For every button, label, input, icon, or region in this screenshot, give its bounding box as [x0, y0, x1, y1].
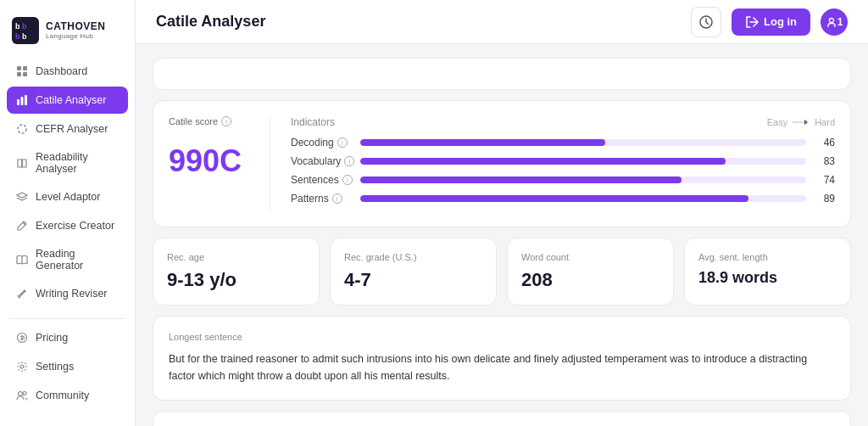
- svg-rect-6: [23, 66, 27, 70]
- svg-rect-9: [17, 99, 19, 105]
- longest-sentence-card: Longest sentence But for the trained rea…: [153, 316, 851, 401]
- user-count: 1: [837, 16, 843, 28]
- indicators-title: Indicators: [291, 116, 335, 128]
- logo-sub: Language Hub: [46, 32, 105, 40]
- login-label: Log in: [764, 15, 797, 28]
- sidebar-item-exercise[interactable]: Exercise Creator: [7, 212, 128, 239]
- sidebar-item-writing[interactable]: Writing Reviser: [7, 280, 128, 307]
- edit-icon: [15, 287, 29, 300]
- score-indicators-card: Catile score i 990C Indicators Easy Hard: [153, 100, 851, 227]
- vocabulary-bar-bg: [360, 158, 806, 165]
- stat-label-rec-grade: Rec. grade (U.S.): [344, 252, 482, 262]
- stat-value-rec-age: 9-13 y/o: [167, 269, 305, 291]
- indicator-row-vocabulary: Vocabulary i 83: [291, 155, 835, 167]
- score-section: Catile score i 990C: [169, 116, 270, 211]
- vocabulary-value: 83: [815, 155, 835, 167]
- sidebar-label-dashboard: Dashboard: [36, 65, 87, 77]
- content-area: Catile score i 990C Indicators Easy Hard: [136, 44, 868, 426]
- svg-text:b: b: [22, 32, 27, 41]
- decoding-bar: [360, 139, 605, 146]
- sentences-bar-bg: [360, 177, 806, 183]
- header: Catile Analyser Log in 1: [136, 0, 868, 44]
- sidebar-label-catile: Catile Analyser: [36, 94, 106, 106]
- stat-card-avg-sent: Avg. sent. length 18.9 words: [684, 238, 851, 305]
- decoding-bar-bg: [360, 139, 806, 146]
- dollar-icon: [15, 331, 29, 345]
- layers-icon: [15, 190, 29, 204]
- sidebar-item-catile[interactable]: Catile Analyser: [7, 87, 128, 114]
- indicator-row-patterns: Patterns i 89: [291, 193, 835, 205]
- svg-point-16: [23, 392, 26, 395]
- sidebar-nav: Dashboard Catile Analyser CEFR Analyser: [0, 58, 135, 313]
- svg-rect-7: [17, 72, 21, 76]
- sidebar-item-reading[interactable]: Reading Generator: [7, 241, 128, 278]
- score-value: 990C: [169, 143, 254, 179]
- indicator-name-vocabulary: Vocabulary i: [291, 155, 352, 167]
- history-button[interactable]: [691, 7, 721, 37]
- circle-dashed-icon: [15, 122, 29, 136]
- pencil-icon: [15, 219, 29, 233]
- difficult-words-card: Difficult words observing, reasoner, gib…: [153, 411, 851, 426]
- sidebar-item-settings[interactable]: Settings: [7, 353, 128, 380]
- sidebar-item-readability[interactable]: Readability Analyser: [7, 144, 128, 182]
- scale-easy: Easy: [767, 117, 787, 127]
- sentences-value: 74: [815, 174, 835, 186]
- svg-rect-11: [25, 95, 27, 105]
- svg-text:b: b: [15, 32, 20, 41]
- indicator-name-patterns: Patterns i: [291, 193, 352, 205]
- sidebar-logo: b b b b CATHOVEN Language Hub: [0, 10, 135, 58]
- svg-point-15: [19, 392, 23, 396]
- vocabulary-info-icon[interactable]: i: [344, 156, 354, 166]
- scale-hard: Hard: [815, 117, 835, 127]
- indicator-row-decoding: Decoding i 46: [291, 137, 835, 149]
- svg-rect-8: [23, 72, 27, 76]
- decoding-value: 46: [815, 137, 835, 149]
- longest-sentence-label: Longest sentence: [169, 332, 835, 342]
- logo-icon: b b b b: [12, 17, 39, 44]
- svg-rect-5: [17, 66, 21, 70]
- patterns-info-icon[interactable]: i: [332, 193, 342, 204]
- indicator-name-decoding: Decoding i: [291, 137, 352, 149]
- sidebar-label-level: Level Adaptor: [36, 191, 100, 203]
- sidebar-label-writing: Writing Reviser: [36, 288, 108, 300]
- book-open-icon: [15, 253, 29, 266]
- sidebar-item-community[interactable]: Community: [7, 382, 128, 409]
- sidebar-label-cefr: CEFR Analyser: [36, 123, 108, 135]
- indicators-section: Indicators Easy Hard Decoding i: [270, 116, 835, 211]
- patterns-value: 89: [815, 193, 835, 205]
- score-label: Catile score i: [169, 116, 254, 126]
- stat-value-rec-grade: 4-7: [344, 269, 482, 291]
- sentences-info-icon[interactable]: i: [342, 175, 353, 185]
- stat-card-rec-age: Rec. age 9-13 y/o: [153, 238, 320, 305]
- sidebar: b b b b CATHOVEN Language Hub Dashboard: [0, 0, 136, 426]
- sidebar-item-cefr[interactable]: CEFR Analyser: [7, 115, 128, 143]
- indicator-name-sentences: Sentences i: [291, 174, 352, 186]
- main: Catile Analyser Log in 1: [136, 0, 868, 426]
- sidebar-item-level[interactable]: Level Adaptor: [7, 183, 128, 210]
- sidebar-divider: [10, 318, 125, 319]
- svg-text:b: b: [15, 22, 20, 31]
- svg-rect-10: [21, 97, 24, 105]
- stat-card-rec-grade: Rec. grade (U.S.) 4-7: [330, 238, 497, 305]
- login-button[interactable]: Log in: [732, 8, 810, 36]
- stat-value-avg-sent: 18.9 words: [698, 269, 837, 287]
- stat-label-rec-age: Rec. age: [167, 252, 305, 262]
- logo-name: CATHOVEN: [46, 21, 105, 32]
- user-badge[interactable]: 1: [821, 8, 848, 36]
- chart-icon: [15, 93, 29, 107]
- sidebar-item-pricing[interactable]: Pricing: [7, 324, 128, 351]
- svg-text:b: b: [22, 22, 27, 31]
- svg-point-14: [20, 365, 24, 368]
- sidebar-bottom: Pricing Settings Community: [0, 324, 135, 416]
- stat-label-word-count: Word count: [521, 252, 659, 262]
- stat-label-avg-sent: Avg. sent. length: [698, 252, 837, 262]
- sidebar-item-dashboard[interactable]: Dashboard: [7, 58, 128, 85]
- score-info-icon[interactable]: i: [221, 116, 231, 126]
- decoding-info-icon[interactable]: i: [337, 137, 348, 148]
- book-icon: [15, 156, 29, 170]
- indicators-scale: Easy Hard: [767, 117, 835, 127]
- patterns-bar-bg: [360, 195, 806, 202]
- longest-sentence-text: But for the trained reasoner to admit su…: [169, 350, 835, 384]
- sidebar-label-pricing: Pricing: [36, 332, 68, 344]
- sidebar-label-exercise: Exercise Creator: [36, 220, 114, 232]
